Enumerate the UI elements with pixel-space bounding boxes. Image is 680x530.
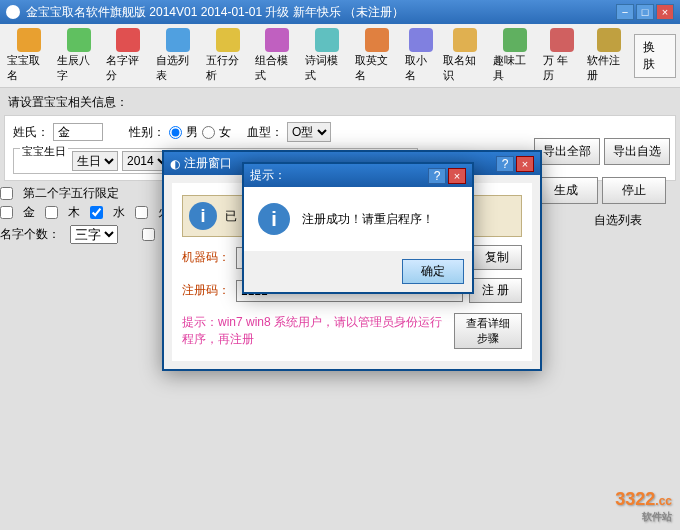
blood-select[interactable]: O型 xyxy=(287,122,331,142)
toolbar-item-0[interactable]: 宝宝取名 xyxy=(4,26,54,85)
toolbar-icon xyxy=(597,28,621,52)
toolbar-item-5[interactable]: 组合模式 xyxy=(252,26,302,85)
shui-check[interactable] xyxy=(90,206,103,219)
ok-button[interactable]: 确定 xyxy=(402,259,464,284)
config-label: 请设置宝宝相关信息： xyxy=(8,94,672,111)
message-dialog-title: 提示： xyxy=(250,167,428,184)
toolbar-item-7[interactable]: 取英文名 xyxy=(352,26,402,85)
machine-code-label: 机器码： xyxy=(182,249,230,266)
birth-type-select[interactable]: 生日 xyxy=(72,151,118,171)
name-count-select[interactable]: 三字 xyxy=(70,225,118,244)
gender-female-text: 女 xyxy=(219,124,231,141)
toolbar-icon xyxy=(503,28,527,52)
toolbar-icon xyxy=(17,28,41,52)
window-title: 金宝宝取名软件旗舰版 2014V01 2014-01-01 升级 新年快乐 （未… xyxy=(26,4,616,21)
toolbar-item-1[interactable]: 生辰八字 xyxy=(54,26,104,85)
blood-label: 血型： xyxy=(247,124,283,141)
surname-label: 姓氏： xyxy=(13,124,49,141)
toolbar-icon xyxy=(550,28,574,52)
toolbar-item-12[interactable]: 软件注册 xyxy=(584,26,634,85)
maximize-button[interactable]: □ xyxy=(636,4,654,20)
register-close-button[interactable]: × xyxy=(516,156,534,172)
export-sel-button[interactable]: 导出自选 xyxy=(604,138,670,165)
toolbar-label: 名字评分 xyxy=(106,53,150,83)
gender-label: 性别： xyxy=(129,124,165,141)
stop-button[interactable]: 停止 xyxy=(602,177,666,204)
toolbar-item-2[interactable]: 名字评分 xyxy=(103,26,153,85)
gender-male-text: 男 xyxy=(186,124,198,141)
reg-code-label: 注册码： xyxy=(182,282,230,299)
second-limit-check[interactable] xyxy=(0,187,13,200)
toolbar-icon xyxy=(116,28,140,52)
toolbar-label: 软件注册 xyxy=(587,53,631,83)
toolbar-icon xyxy=(409,28,433,52)
toolbar-label: 取英文名 xyxy=(355,53,399,83)
jin-check[interactable] xyxy=(0,206,13,219)
message-text: 注册成功！请重启程序！ xyxy=(302,211,434,228)
toolbar-item-6[interactable]: 诗词模式 xyxy=(302,26,352,85)
toolbar-item-4[interactable]: 五行分析 xyxy=(203,26,253,85)
toolbar-item-9[interactable]: 取名知识 xyxy=(440,26,490,85)
toolbar: 宝宝取名生辰八字名字评分自选列表五行分析组合模式诗词模式取英文名取小名取名知识趣… xyxy=(0,24,680,88)
watermark: 3322.cc 软件站 xyxy=(615,489,672,524)
minimize-button[interactable]: − xyxy=(616,4,634,20)
toolbar-item-3[interactable]: 自选列表 xyxy=(153,26,203,85)
gender-male-radio[interactable] xyxy=(169,126,182,139)
skin-button[interactable]: 换肤 xyxy=(634,34,676,78)
toolbar-item-11[interactable]: 万 年 历 xyxy=(540,26,585,85)
toolbar-label: 万 年 历 xyxy=(543,53,582,83)
limit-char-check[interactable] xyxy=(142,228,155,241)
register-help-button[interactable]: ? xyxy=(496,156,514,172)
toolbar-item-8[interactable]: 取小名 xyxy=(402,26,441,85)
toolbar-icon xyxy=(265,28,289,52)
toolbar-icon xyxy=(315,28,339,52)
toolbar-icon xyxy=(67,28,91,52)
register-status-text: 已 xyxy=(225,208,237,225)
message-help-button[interactable]: ? xyxy=(428,168,446,184)
toolbar-label: 取名知识 xyxy=(443,53,487,83)
export-all-button[interactable]: 导出全部 xyxy=(534,138,600,165)
close-button[interactable]: × xyxy=(656,4,674,20)
birth-label: 宝宝生日 xyxy=(20,144,68,159)
info-icon: i xyxy=(258,203,290,235)
copy-button[interactable]: 复制 xyxy=(472,245,522,270)
info-icon: i xyxy=(189,202,217,230)
toolbar-item-10[interactable]: 趣味工具 xyxy=(490,26,540,85)
register-hint: 提示：win7 win8 系统用户，请以管理员身份运行程序，再注册 xyxy=(182,314,454,348)
toolbar-label: 生辰八字 xyxy=(57,53,101,83)
toolbar-label: 诗词模式 xyxy=(305,53,349,83)
toolbar-label: 宝宝取名 xyxy=(7,53,51,83)
toolbar-icon xyxy=(166,28,190,52)
register-button[interactable]: 注 册 xyxy=(469,278,522,303)
toolbar-icon xyxy=(365,28,389,52)
window-buttons: − □ × xyxy=(616,4,674,20)
huo-check[interactable] xyxy=(135,206,148,219)
title-bar: 金宝宝取名软件旗舰版 2014V01 2014-01-01 升级 新年快乐 （未… xyxy=(0,0,680,24)
toolbar-label: 取小名 xyxy=(405,53,438,83)
right-buttons: 导出全部 导出自选 生成 停止 xyxy=(534,138,670,204)
toolbar-label: 组合模式 xyxy=(255,53,299,83)
tab-selected[interactable]: 自选列表 xyxy=(594,212,642,229)
register-dialog-icon: ◐ xyxy=(170,157,180,171)
gender-female-radio[interactable] xyxy=(202,126,215,139)
app-icon xyxy=(6,5,20,19)
surname-input[interactable] xyxy=(53,123,103,141)
detail-steps-button[interactable]: 查看详细步骤 xyxy=(454,313,522,349)
toolbar-label: 趣味工具 xyxy=(493,53,537,83)
mu-check[interactable] xyxy=(45,206,58,219)
generate-button[interactable]: 生成 xyxy=(534,177,598,204)
toolbar-icon xyxy=(453,28,477,52)
toolbar-icon xyxy=(216,28,240,52)
message-close-button[interactable]: × xyxy=(448,168,466,184)
toolbar-label: 自选列表 xyxy=(156,53,200,83)
message-dialog: 提示： ? × i 注册成功！请重启程序！ 确定 xyxy=(242,162,474,294)
toolbar-label: 五行分析 xyxy=(206,53,250,83)
